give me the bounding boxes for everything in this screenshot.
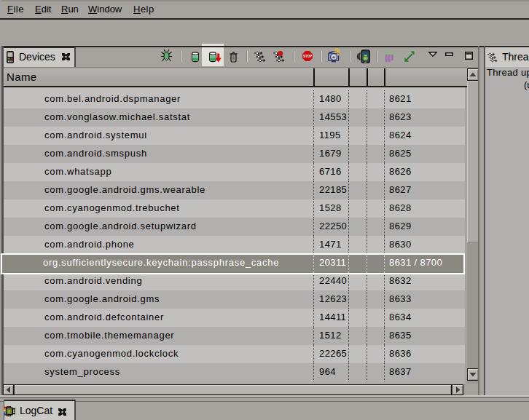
svg-text:STOP: STOP	[303, 55, 312, 58]
